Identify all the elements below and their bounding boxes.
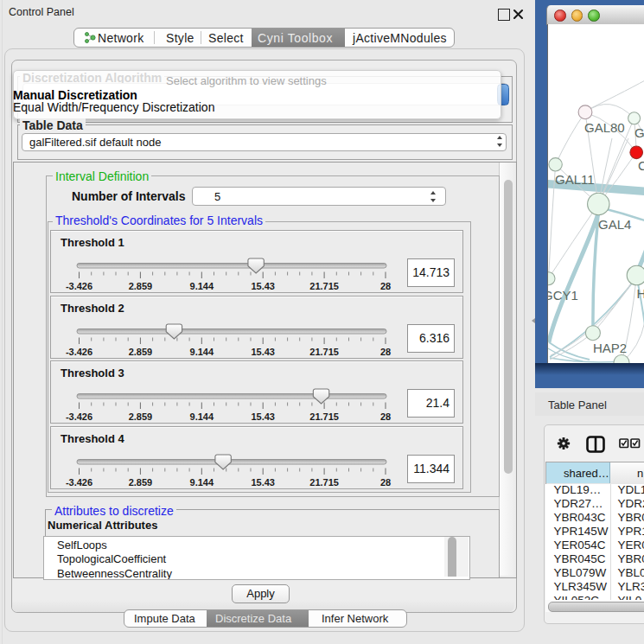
svg-text:GA: GA xyxy=(634,125,644,140)
svg-text:H: H xyxy=(637,286,644,301)
svg-text:HAP2: HAP2 xyxy=(593,341,627,355)
svg-text:GAL80: GAL80 xyxy=(584,120,625,135)
svg-text:GCY1: GCY1 xyxy=(548,288,578,303)
svg-text:GAL11: GAL11 xyxy=(555,172,595,187)
svg-text:C: C xyxy=(638,158,644,173)
svg-text:GAL4: GAL4 xyxy=(598,217,631,232)
